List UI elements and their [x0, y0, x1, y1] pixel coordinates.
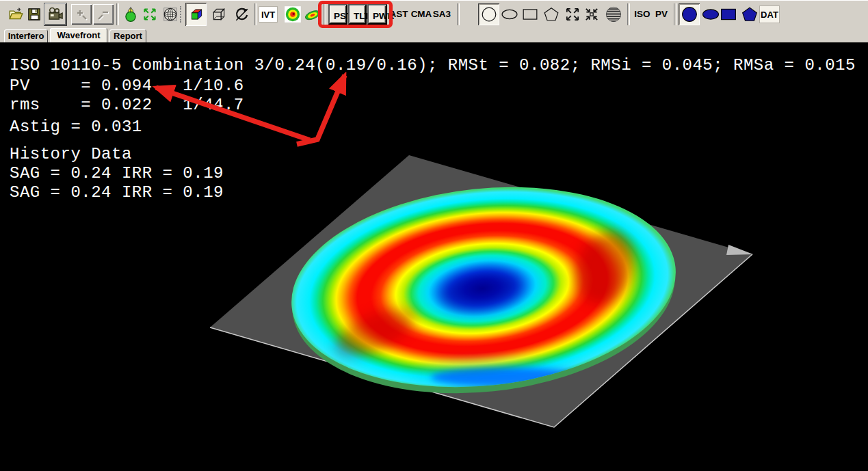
pv-button[interactable]: PV — [653, 3, 670, 25]
tab-bar: Interfero Wavefront Report — [0, 27, 868, 42]
pwr-button[interactable]: PWR — [367, 4, 387, 25]
contour-map-button[interactable] — [283, 3, 302, 25]
outline-circle-icon — [481, 6, 497, 23]
color-cube-icon — [188, 6, 205, 23]
rotate-arrow-icon — [233, 6, 250, 23]
mask-circle-button[interactable] — [679, 3, 700, 25]
save-button[interactable] — [24, 3, 44, 25]
zoom-out-button[interactable] — [93, 4, 114, 25]
mask-ellipse-button[interactable] — [701, 3, 720, 25]
wire-view-button[interactable] — [210, 3, 228, 25]
toolbar-separator — [674, 3, 676, 25]
toolbar-separator — [457, 3, 460, 25]
ast-button[interactable]: AST — [389, 3, 409, 25]
toolbar-separator — [116, 3, 119, 25]
outline-pentagon-icon — [543, 6, 560, 23]
toolbar-separator — [627, 3, 630, 25]
camera-icon — [47, 5, 64, 23]
autoscale-button[interactable] — [141, 3, 159, 25]
iso-button[interactable]: ISO — [632, 3, 653, 25]
wireframe-box-icon — [211, 6, 227, 23]
tab-interfero[interactable]: Interfero — [4, 29, 48, 42]
expand-green-arrows-icon — [142, 6, 158, 23]
app-window: IVT PST TLT PWR AST C — [0, 0, 868, 471]
pst-button[interactable]: PST — [328, 4, 347, 25]
open-folder-icon — [8, 6, 24, 23]
aperture-pentagon-button[interactable] — [542, 3, 561, 25]
mask-pentagon-button[interactable] — [739, 3, 760, 25]
save-floppy-icon — [26, 6, 42, 23]
dat-button[interactable]: DAT — [759, 5, 780, 23]
mask-ellipse-filled-icon — [702, 6, 719, 23]
toolbar-separator — [254, 3, 257, 25]
tilted-surface-button[interactable] — [303, 3, 322, 25]
collapse-arrows-icon — [583, 6, 600, 23]
aperture-ellipse-button[interactable] — [500, 3, 519, 25]
solid-view-button[interactable] — [185, 3, 207, 26]
contour-map-icon — [284, 5, 302, 23]
mask-pentagon-filled-icon — [741, 6, 758, 23]
mesh-sphere-button[interactable] — [161, 3, 179, 25]
droplet-top-icon — [122, 6, 139, 23]
zoom-out-icon — [96, 7, 111, 22]
wavefront-client-area: ISO 10110-5 Combination 3/0.24(0.19/0.16… — [0, 42, 868, 471]
toolbar: IVT PST TLT PWR AST C — [0, 0, 868, 28]
rotate-view-button[interactable] — [233, 3, 250, 25]
plane-corner-flap — [726, 245, 753, 255]
wireframe-sphere-icon — [162, 6, 179, 23]
mask-circle-filled-icon — [681, 6, 698, 23]
tab-report[interactable]: Report — [109, 29, 146, 42]
shrink-region-button[interactable] — [583, 3, 601, 25]
open-file-button[interactable] — [5, 3, 26, 25]
hatched-sphere-icon — [605, 5, 622, 23]
tilted-surface-icon — [304, 5, 321, 23]
camera-button[interactable] — [44, 3, 67, 26]
zoom-in-icon — [74, 7, 89, 22]
slice-sphere-button[interactable] — [603, 3, 624, 25]
expand-arrows-icon — [564, 6, 581, 23]
ivt-button[interactable]: IVT — [259, 6, 278, 23]
expand-region-button[interactable] — [564, 3, 581, 25]
outline-rectangle-icon — [522, 6, 538, 23]
toolbar-dotted-separator — [180, 6, 183, 23]
outline-ellipse-icon — [501, 6, 518, 23]
zoom-in-button[interactable] — [71, 4, 92, 25]
wavefront-3d-plot[interactable] — [0, 42, 868, 471]
mask-rectangle-button[interactable] — [719, 3, 738, 25]
dat-label: DAT — [761, 10, 778, 20]
tlt-button[interactable]: TLT — [348, 4, 367, 25]
tab-wavefront[interactable]: Wavefront — [50, 28, 107, 42]
aperture-rectangle-button[interactable] — [521, 3, 540, 25]
ivt-label: IVT — [261, 10, 275, 20]
cma-button[interactable]: CMA — [410, 3, 432, 25]
sa3-button[interactable]: SA3 — [432, 3, 452, 25]
spinning-top-button[interactable] — [122, 3, 140, 25]
aperture-circle-button[interactable] — [478, 3, 499, 25]
toolbar-separator — [324, 3, 326, 25]
mask-rectangle-filled-icon — [720, 6, 737, 23]
